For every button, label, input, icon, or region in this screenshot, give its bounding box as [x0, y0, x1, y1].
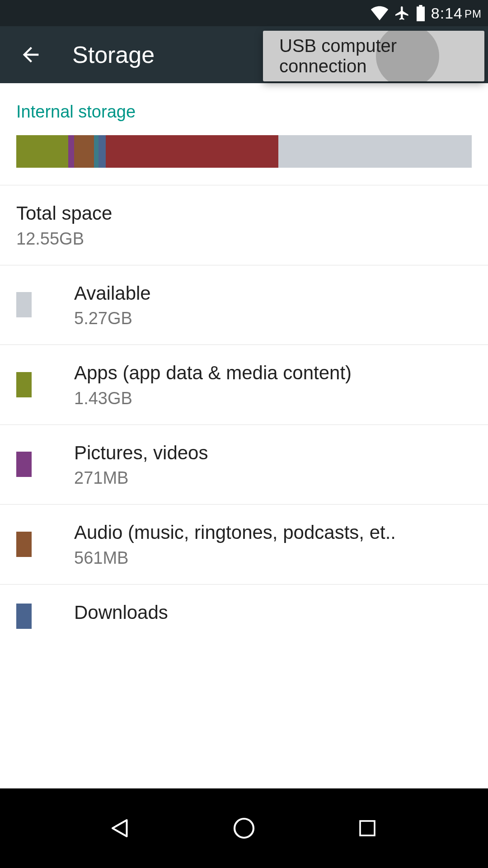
storage-segment-apps	[16, 135, 68, 168]
storage-row[interactable]: Pictures, videos271MB	[0, 425, 488, 505]
storage-row-value: 5.27GB	[74, 309, 472, 328]
nav-back-button[interactable]	[103, 810, 139, 846]
color-swatch	[16, 604, 32, 629]
total-space-value: 12.55GB	[16, 229, 472, 249]
storage-segment-misc1	[94, 135, 99, 168]
color-swatch	[16, 372, 32, 397]
wifi-icon	[371, 6, 389, 20]
storage-row[interactable]: Audio (music, ringtones, podcasts, et..5…	[0, 505, 488, 585]
storage-segment-pictures	[68, 135, 74, 168]
storage-row-label: Pictures, videos	[74, 441, 472, 465]
status-bar: 8:14PM	[0, 0, 488, 26]
page-title: Storage	[72, 41, 155, 68]
row-total-space[interactable]: Total space 12.55GB	[0, 185, 488, 265]
storage-row-value: 1.43GB	[74, 389, 472, 408]
storage-usage-bar	[16, 135, 472, 168]
storage-row-value: 271MB	[74, 468, 472, 488]
storage-row-label: Available	[74, 282, 472, 306]
status-time: 8:14PM	[431, 5, 482, 22]
storage-row-label: Downloads	[74, 601, 472, 625]
nav-recent-button[interactable]	[349, 810, 385, 846]
storage-row-label: Apps (app data & media content)	[74, 361, 472, 385]
total-space-label: Total space	[16, 202, 472, 226]
storage-segment-cached	[106, 135, 278, 168]
back-button[interactable]	[16, 40, 45, 69]
content-area: Internal storage Total space 12.55GB Ava…	[0, 83, 488, 788]
menu-item-usb-connection[interactable]: USB computer connection	[279, 36, 484, 76]
storage-row[interactable]: Apps (app data & media content)1.43GB	[0, 345, 488, 425]
svg-rect-1	[360, 821, 375, 835]
storage-row[interactable]: Available5.27GB	[0, 265, 488, 345]
storage-row-value: 561MB	[74, 548, 472, 568]
color-swatch	[16, 292, 32, 317]
battery-icon	[416, 5, 426, 21]
nav-home-button[interactable]	[226, 810, 262, 846]
storage-segment-downloads	[99, 135, 105, 168]
section-header-internal-storage: Internal storage	[0, 83, 488, 135]
storage-row[interactable]: Downloads	[0, 585, 488, 648]
storage-segment-available	[278, 135, 472, 168]
overflow-menu: USB computer connection	[263, 31, 484, 81]
storage-row-label: Audio (music, ringtones, podcasts, et..	[74, 521, 472, 545]
color-swatch	[16, 452, 32, 477]
color-swatch	[16, 532, 32, 557]
navigation-bar	[0, 788, 488, 868]
svg-point-0	[235, 819, 253, 838]
storage-segment-audio	[74, 135, 94, 168]
airplane-mode-icon	[394, 5, 410, 21]
